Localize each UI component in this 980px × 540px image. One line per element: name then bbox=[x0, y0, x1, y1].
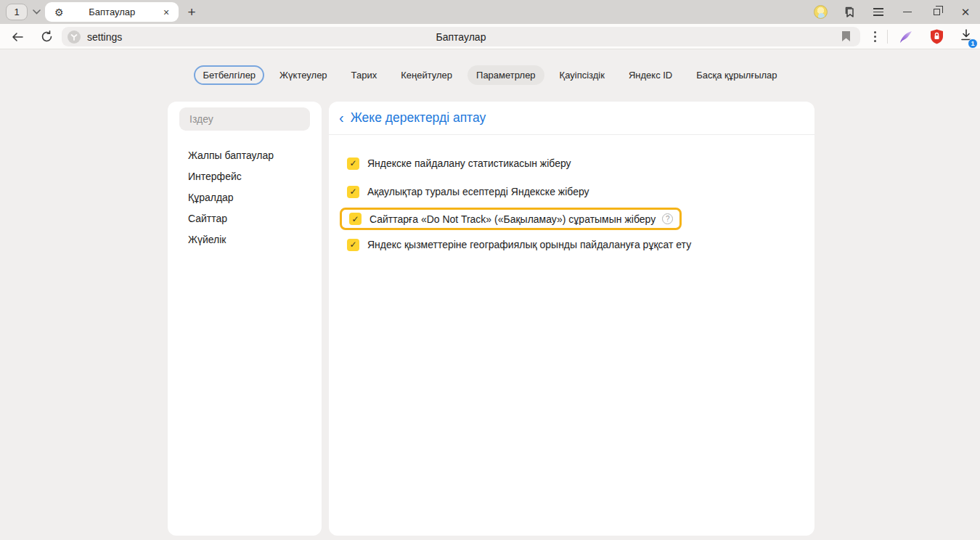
check-icon: ✓ bbox=[349, 240, 356, 249]
sidebar-item-system[interactable]: Жүйелік bbox=[168, 229, 322, 250]
checkbox-list: ✓ Яндекске пайдалану статистикасын жібер… bbox=[329, 135, 814, 255]
sidebar-list: Жалпы баптаулар Интерфейс Құралдар Сайтт… bbox=[168, 144, 322, 250]
avatar bbox=[814, 5, 828, 19]
checkbox-label: Яндекске пайдалану статистикасын жіберу bbox=[367, 158, 571, 169]
nav-tab-security[interactable]: Қауіпсіздік bbox=[551, 65, 613, 85]
sidebar-item-sites[interactable]: Сайттар bbox=[168, 208, 322, 229]
side-panels-button[interactable] bbox=[835, 0, 864, 24]
protect-icon[interactable] bbox=[68, 30, 81, 44]
chevron-down-icon bbox=[33, 9, 41, 15]
reload-icon bbox=[41, 30, 53, 43]
tab-title: Баптаулар bbox=[64, 7, 160, 17]
nav-tab-downloads[interactable]: Жүктеулер bbox=[271, 65, 336, 85]
checkbox-do-not-track[interactable]: ✓ bbox=[349, 213, 362, 225]
hamburger-icon bbox=[873, 6, 883, 18]
back-chevron-icon[interactable]: ‹ bbox=[339, 110, 344, 125]
url-text: settings bbox=[87, 31, 122, 43]
address-bar[interactable]: settings Баптаулар bbox=[62, 27, 860, 46]
browser-menu-button[interactable] bbox=[864, 0, 893, 24]
nav-tab-bookmarks[interactable]: Бетбелгілер bbox=[194, 65, 264, 85]
checkbox-label: Ақаулықтар туралы есептерді Яндекске жіб… bbox=[367, 186, 589, 197]
reload-button[interactable] bbox=[35, 24, 58, 49]
settings-page: Бетбелгілер Жүктеулер Тарих Кеңейтулер П… bbox=[0, 50, 980, 540]
checkbox-crash-reports[interactable]: ✓ bbox=[347, 186, 359, 198]
settings-sidebar: Жалпы баптаулар Интерфейс Құралдар Сайтт… bbox=[168, 102, 322, 536]
checkbox-row-usage-stats: ✓ Яндекске пайдалану статистикасын жібер… bbox=[329, 153, 814, 173]
profile-avatar-button[interactable] bbox=[806, 0, 835, 24]
minimize-button[interactable] bbox=[893, 0, 922, 24]
restore-button[interactable] bbox=[922, 0, 951, 24]
minimize-icon bbox=[903, 12, 912, 13]
check-icon: ✓ bbox=[351, 215, 359, 224]
checkbox-label: Сайттарға «Do Not Track» («Бақыламау») с… bbox=[369, 213, 656, 225]
more-options-button[interactable] bbox=[865, 24, 885, 49]
window-close-button[interactable]: ✕ bbox=[951, 0, 980, 24]
checkbox-row-geolocation: ✓ Яндекс қызметтеріне географиялық орынд… bbox=[329, 234, 814, 255]
page-title: Баптаулар bbox=[62, 31, 860, 43]
tab-bar: 1 ⚙ Баптаулар × + ✕ bbox=[0, 0, 980, 24]
help-icon[interactable]: ? bbox=[662, 213, 673, 224]
sidebar-item-tools[interactable]: Құралдар bbox=[168, 187, 322, 208]
tab-close-icon[interactable]: × bbox=[160, 7, 172, 17]
search-input[interactable] bbox=[179, 107, 310, 131]
sidebar-item-general[interactable]: Жалпы баптаулар bbox=[168, 144, 322, 165]
nav-tab-other-devices[interactable]: Басқа құрылғылар bbox=[687, 65, 785, 85]
checkbox-row-crash-reports: ✓ Ақаулықтар туралы есептерді Яндекске ж… bbox=[329, 181, 814, 202]
section-header: ‹ Жеке деректерді аптау bbox=[329, 102, 814, 135]
settings-main-panel: ‹ Жеке деректерді аптау ✓ Яндекске пайда… bbox=[329, 102, 814, 536]
check-icon: ✓ bbox=[349, 159, 356, 168]
adblock-shield-button[interactable] bbox=[926, 24, 947, 49]
restore-icon bbox=[934, 9, 940, 15]
tab-counter-button[interactable]: 1 bbox=[6, 4, 28, 20]
yandex-protect-glyph bbox=[70, 33, 78, 41]
gear-icon: ⚙ bbox=[54, 7, 64, 17]
sidebar-item-interface[interactable]: Интерфейс bbox=[168, 165, 322, 187]
bookmark-icon bbox=[841, 30, 851, 42]
toolbar-divider bbox=[887, 30, 888, 44]
checkbox-label: Яндекс қызметтеріне географиялық орынды … bbox=[367, 239, 691, 250]
nav-tab-yandex-id[interactable]: Яндекс ID bbox=[620, 65, 681, 85]
toolbar: settings Баптаулар 1 bbox=[0, 24, 980, 49]
tab-list-chevron-button[interactable] bbox=[28, 0, 45, 24]
nav-tab-settings[interactable]: Параметрлер bbox=[467, 65, 544, 85]
checkbox-geolocation[interactable]: ✓ bbox=[347, 239, 359, 251]
checkbox-usage-stats[interactable]: ✓ bbox=[347, 158, 359, 170]
settings-nav: Бетбелгілер Жүктеулер Тарих Кеңейтулер П… bbox=[0, 65, 980, 85]
extension-feather-button[interactable] bbox=[895, 24, 917, 49]
kebab-icon bbox=[874, 31, 876, 41]
download-badge: 1 bbox=[968, 38, 978, 49]
feather-icon bbox=[899, 30, 913, 44]
panels-icon bbox=[844, 6, 856, 18]
browser-tab[interactable]: ⚙ Баптаулар × bbox=[45, 2, 179, 22]
bookmark-button[interactable] bbox=[841, 30, 851, 45]
check-icon: ✓ bbox=[349, 187, 356, 196]
window-close-icon: ✕ bbox=[961, 6, 971, 19]
checkbox-row-do-not-track: ✓ Сайттарға «Do Not Track» («Бақыламау»)… bbox=[340, 208, 682, 230]
downloads-button[interactable]: 1 bbox=[955, 24, 978, 49]
question-glyph: ? bbox=[666, 215, 670, 223]
shield-lock-icon bbox=[930, 29, 944, 44]
nav-tab-extensions[interactable]: Кеңейтулер bbox=[392, 65, 461, 85]
section-heading[interactable]: Жеке деректерді аптау bbox=[351, 110, 486, 126]
nav-tab-history[interactable]: Тарих bbox=[343, 65, 386, 85]
back-arrow-icon bbox=[12, 32, 24, 42]
back-button[interactable] bbox=[6, 24, 29, 49]
new-tab-button[interactable]: + bbox=[182, 3, 201, 22]
